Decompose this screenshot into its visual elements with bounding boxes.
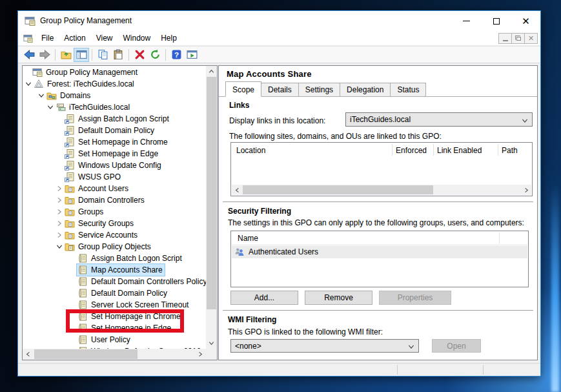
tree-item-forest-itechguides-local[interactable]: Forest: iTechGuides.local [23,78,206,90]
tree-item-assign-batch-logon-script[interactable]: Assign Batch Logon Script [23,253,206,264]
tab-settings[interactable]: Settings [298,83,340,97]
open-button[interactable]: Open [432,339,481,353]
tree-item-label: Map Accounts Share [91,264,163,276]
scroll-up-arrow[interactable] [206,66,217,77]
scroll-left-arrow[interactable] [23,349,34,360]
paste-button[interactable] [110,48,126,62]
menu-action[interactable]: Action [59,31,90,45]
forest-icon [34,79,44,89]
security-entry-authenticated-users[interactable]: Authenticated Users [232,245,527,258]
properties-button[interactable]: Properties [379,291,451,305]
tab-delegation[interactable]: Delegation [340,83,391,97]
menu-view[interactable]: View [91,31,118,45]
tree-item-service-accounts[interactable]: Service Accounts [23,229,206,241]
column-header-enforced[interactable]: Enforced [396,146,427,155]
scroll-thumb[interactable] [207,77,216,309]
column-header-location[interactable]: Location [236,146,265,155]
title-bar: Group Policy Management ✕ [18,11,540,31]
scroll-left-arrow[interactable] [232,185,242,195]
tree-item-domains[interactable]: Domains [23,90,206,101]
minimize-icon [463,21,470,21]
tree-item-wsus-gpo[interactable]: WSUS GPO [23,171,206,183]
tree-item-default-domain-controllers-policy[interactable]: Default Domain Controllers Policy [23,276,206,287]
refresh-button[interactable] [147,48,163,62]
tree-item-map-accounts-share[interactable]: Map Accounts Share [23,264,206,276]
tree-item-security-groups[interactable]: Security Groups [23,218,206,229]
tree-vertical-scrollbar[interactable] [206,66,217,349]
tree-item-set-homepage-in-chrome[interactable]: Set Homepage in Chrome [23,136,206,148]
tree-horizontal-scrollbar[interactable] [23,349,206,360]
tree-item-group-policy-objects[interactable]: Group Policy Objects [23,241,206,253]
close-icon: ✕ [522,16,530,26]
section-divider [223,310,533,311]
tree-item-groups[interactable]: Groups [23,206,206,218]
tree-item-windows-update-config[interactable]: Windows Update Config [23,160,206,171]
security-filtering-caption: The settings in this GPO can only apply … [228,218,524,227]
scroll-thumb[interactable] [34,349,138,359]
tree-item-default-domain-policy[interactable]: Default Domain Policy [23,125,206,136]
expander-expanded-icon[interactable] [37,91,46,100]
copy-button[interactable] [95,48,110,62]
app-icon [25,15,36,26]
tree-item-group-policy-management[interactable]: Group Policy Management [23,67,206,78]
help-button[interactable] [168,48,184,62]
scroll-right-arrow[interactable] [195,349,206,360]
up-one-level-button[interactable] [58,48,74,62]
window-title: Group Policy Management [40,16,132,25]
column-header-path[interactable]: Path [502,146,518,155]
tree-item-assign-batch-logon-script[interactable]: Assign Batch Logon Script [23,113,206,125]
tree-item-default-domain-policy[interactable]: Default Domain Policy [23,287,206,299]
tree-item-account-users[interactable]: Account Users [23,183,206,194]
name-column-header[interactable]: Name [238,234,258,243]
new-window-button[interactable] [184,48,199,62]
maximize-button[interactable] [482,11,511,31]
scroll-down-arrow[interactable] [206,338,217,349]
add-button[interactable]: Add... [230,291,298,305]
list-header: Name [231,231,528,245]
forward-button[interactable] [37,48,52,62]
tab-status[interactable]: Status [390,83,426,97]
menu-help[interactable]: Help [156,31,182,45]
location-dropdown[interactable]: iTechGuides.local [345,112,533,127]
menu-window[interactable]: Window [118,31,156,45]
minimize-button[interactable] [452,11,481,31]
tree-item-body: Group Policy Objects [64,241,153,253]
expander-collapsed-icon[interactable] [55,231,64,240]
tree-item-domain-controllers[interactable]: Domain Controllers [23,194,206,206]
expander-collapsed-icon[interactable] [55,219,64,228]
mdi-restore-button[interactable] [511,33,525,44]
users-icon [234,247,245,257]
paste-icon [113,49,124,60]
mdi-window-controls: ✕ [499,33,538,44]
wmi-filter-dropdown[interactable]: <none> [230,339,419,353]
expander-spacer [55,161,64,170]
expander-expanded-icon[interactable] [46,103,55,112]
mdi-close-button[interactable]: ✕ [524,33,538,44]
security-entry-label: Authenticated Users [249,247,318,256]
expander-collapsed-icon[interactable] [55,184,64,193]
expander-spacer [23,68,32,77]
show-console-tree-button[interactable] [74,48,89,62]
scroll-right-arrow[interactable] [521,185,531,195]
expander-expanded-icon[interactable] [55,242,64,251]
delete-button[interactable] [132,48,147,62]
close-button[interactable]: ✕ [511,11,540,31]
expander-expanded-icon[interactable] [24,79,33,88]
column-header-link-enabled[interactable]: Link Enabled [437,146,482,155]
tab-details[interactable]: Details [261,83,299,97]
tab-scope[interactable]: Scope [225,81,261,97]
expander-collapsed-icon[interactable] [55,196,64,205]
tree-item-body: Default Domain Policy [77,287,169,299]
tree-item-label: Assign Batch Logon Script [78,113,169,125]
links-table-horizontal-scrollbar[interactable] [232,185,531,195]
tree-item-body: Default Domain Controllers Policy [77,276,206,287]
tree-item-user-policy[interactable]: User Policy [23,334,206,346]
remove-button[interactable]: Remove [305,291,372,305]
mdi-minimize-button[interactable] [498,33,512,44]
tree-item-set-homepage-in-edge[interactable]: Set Homepage in Edge [23,148,206,160]
tree-item-itechguides-local[interactable]: iTechGuides.local [23,101,206,113]
expander-collapsed-icon[interactable] [55,207,64,216]
menu-file[interactable]: File [36,31,59,45]
scroll-thumb[interactable] [243,185,433,194]
back-button[interactable] [21,48,37,62]
